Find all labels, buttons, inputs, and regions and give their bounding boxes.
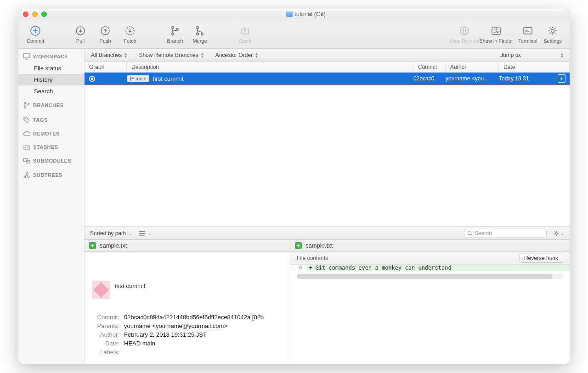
branch-button[interactable]: Branch (164, 23, 187, 45)
search-input[interactable]: Search (464, 229, 547, 238)
monitor-icon (23, 53, 30, 60)
cloud-icon (23, 131, 30, 136)
detail-toolbar: Sorted by path ⌄ ⌄ Search ⌄ (85, 227, 570, 240)
diff-file-header[interactable]: + sample.txt (290, 240, 570, 252)
filter-all-branches[interactable]: All Branches▴▾ (91, 52, 127, 58)
svg-point-31 (130, 79, 131, 80)
submodules-icon (23, 158, 30, 164)
svg-point-18 (24, 102, 25, 103)
commit-button[interactable]: Commit (24, 23, 47, 45)
file-list-item[interactable]: + sample.txt (85, 240, 290, 252)
sidebar-section-subtrees[interactable]: SUBTREES (18, 167, 84, 181)
horizontal-scrollbar[interactable] (297, 274, 563, 279)
close-window-button[interactable] (23, 11, 28, 17)
globe-icon (459, 25, 470, 36)
svg-point-4 (172, 26, 174, 28)
diff-body[interactable]: 0 + Git commands even a monkey can under… (290, 265, 570, 364)
fetch-icon (124, 25, 136, 36)
detail-options-menu[interactable]: ⌄ (553, 230, 564, 237)
sidebar-section-submodules[interactable]: SUBMODULES (18, 153, 84, 167)
svg-point-7 (197, 26, 198, 28)
svg-point-9 (201, 33, 203, 34)
jump-to-dropdown[interactable]: Jump to:▴▾ (500, 52, 563, 58)
zoom-window-button[interactable] (41, 11, 47, 17)
stash-button[interactable]: Stash (233, 23, 256, 45)
col-header-date[interactable]: Date (499, 62, 570, 72)
pull-icon (75, 25, 86, 36)
list-view-toggle[interactable]: ⌄ (139, 231, 152, 236)
avatar-icon (92, 281, 110, 299)
svg-point-13 (494, 29, 495, 30)
commit-list: main first commit 02bcac0 yourname <you…… (85, 73, 570, 227)
view-remote-button[interactable]: View Remote (453, 23, 476, 45)
titlebar: tutorial (Git) (18, 9, 570, 19)
filter-show-remote[interactable]: Show Remote Branches▴▾ (139, 52, 203, 58)
col-header-description[interactable]: Description (127, 62, 413, 72)
show-in-finder-button[interactable]: Show in Finder (478, 23, 514, 45)
svg-point-27 (26, 172, 28, 174)
svg-point-24 (28, 147, 28, 148)
filter-ancestor-order[interactable]: Ancestor Order▴▾ (215, 52, 258, 58)
svg-rect-15 (524, 28, 532, 34)
gear-icon (547, 25, 558, 36)
search-icon (467, 231, 473, 236)
detail-right-panel: + sample.txt File contents Reverse hunk … (290, 240, 570, 364)
added-badge-icon: + (295, 242, 302, 249)
filter-bar: All Branches▴▾ Show Remote Branches▴▾ An… (85, 49, 570, 62)
app-window: tutorial (Git) Commit Pull Push Fetch Br… (18, 9, 570, 364)
svg-point-33 (468, 231, 471, 234)
detail-left-panel: + sample.txt first commit Commit:02bcac0… (85, 240, 290, 364)
svg-rect-17 (23, 54, 30, 58)
terminal-button[interactable]: Terminal (516, 23, 539, 45)
commit-title: first commit (115, 281, 145, 289)
sidebar-section-remotes[interactable]: REMOTES (18, 126, 84, 139)
window-controls (23, 11, 47, 17)
subtrees-icon (23, 171, 30, 179)
sidebar-section-branches[interactable]: BRANCHES (18, 97, 84, 112)
branch-tag[interactable]: main (127, 75, 149, 82)
commit-dot-icon (89, 76, 95, 82)
commit-hash: 02bcac0 (413, 75, 446, 82)
sidebar-section-workspace[interactable]: WORKSPACE (18, 49, 84, 62)
branch-small-icon (130, 76, 134, 81)
diff-hunk-header: File contents Reverse hunk (290, 252, 570, 265)
list-icon (139, 231, 145, 236)
col-header-graph[interactable]: Graph (85, 62, 127, 72)
push-button[interactable]: Push (94, 23, 117, 45)
reverse-hunk-button[interactable]: Reverse hunk (519, 254, 563, 263)
expand-commit-button[interactable]: + (558, 74, 566, 83)
sidebar: WORKSPACE File status History Search BRA… (18, 49, 85, 364)
branch-icon (170, 25, 181, 36)
sort-by-path[interactable]: Sorted by path ⌄ (90, 230, 132, 237)
branch-icon (23, 102, 30, 109)
sidebar-item-history[interactable]: History (18, 74, 84, 85)
svg-point-19 (24, 107, 25, 108)
commit-icon (29, 25, 41, 37)
sidebar-item-search[interactable]: Search (18, 85, 84, 97)
tag-icon (23, 116, 30, 124)
stashes-icon (23, 144, 30, 150)
minimize-window-button[interactable] (32, 11, 38, 17)
stash-icon (239, 25, 250, 36)
terminal-icon (522, 25, 533, 36)
sidebar-item-file-status[interactable]: File status (18, 62, 84, 74)
folder-icon (286, 11, 293, 17)
col-header-commit[interactable]: Commit (413, 62, 446, 72)
gear-small-icon (553, 230, 560, 237)
commit-row[interactable]: main first commit 02bcac0 yourname <you…… (85, 73, 570, 85)
col-header-author[interactable]: Author (446, 62, 499, 72)
sidebar-section-tags[interactable]: TAGS (18, 112, 84, 126)
fetch-button[interactable]: Fetch (119, 23, 141, 45)
svg-point-23 (25, 147, 26, 148)
pull-button[interactable]: Pull (69, 23, 92, 45)
added-badge-icon: + (89, 242, 96, 249)
commit-details: first commit Commit:02bcac0c894a4221448b… (85, 273, 290, 364)
svg-point-5 (172, 33, 174, 34)
commit-description: first commit (153, 75, 183, 82)
svg-point-14 (498, 29, 498, 30)
push-icon (100, 25, 111, 36)
sidebar-section-stashes[interactable]: STASHES (18, 139, 84, 153)
merge-button[interactable]: Merge (188, 23, 211, 45)
settings-button[interactable]: Settings (541, 23, 564, 45)
column-headers: Graph Description Commit Author Date (85, 62, 570, 73)
